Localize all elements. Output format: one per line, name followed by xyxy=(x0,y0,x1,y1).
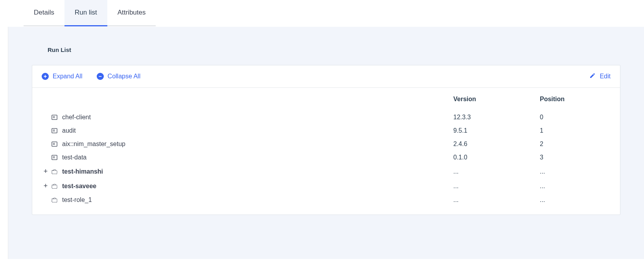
row-version: 12.3.3 xyxy=(453,114,540,121)
row-position: 2 xyxy=(540,141,611,148)
column-header-position: Position xyxy=(540,96,611,103)
row-name-cell: test-role_1 xyxy=(42,196,453,204)
recipe-icon xyxy=(51,141,57,147)
svg-rect-9 xyxy=(52,155,57,159)
section-title: Run List xyxy=(48,46,620,53)
collapse-all-label: Collapse All xyxy=(108,73,141,80)
row-name-cell: +test-saveee xyxy=(42,182,453,190)
row-position: 0 xyxy=(540,114,611,121)
table-row: test-role_1...... xyxy=(42,193,611,207)
column-header-version: Version xyxy=(453,96,540,103)
row-name-cell: chef-client xyxy=(42,114,453,121)
row-name: aix::nim_master_setup xyxy=(62,141,125,148)
row-position: ... xyxy=(540,168,611,175)
role-icon xyxy=(51,169,57,174)
svg-rect-0 xyxy=(52,115,57,119)
table-row: +test-himanshi...... xyxy=(42,164,611,179)
table-body: chef-client12.3.30audit9.5.11aix::nim_ma… xyxy=(32,108,620,215)
svg-rect-14 xyxy=(52,199,57,202)
row-name: test-himanshi xyxy=(62,168,103,175)
expand-all-label: Expand All xyxy=(53,73,83,80)
collapse-all-button[interactable]: − Collapse All xyxy=(97,73,141,80)
card-toolbar: + Expand All − Collapse All Edit xyxy=(32,65,620,88)
minus-circle-icon: − xyxy=(97,73,104,80)
row-version: ... xyxy=(453,183,540,190)
expand-all-button[interactable]: + Expand All xyxy=(42,73,83,80)
row-name: test-saveee xyxy=(62,183,96,190)
expand-toggle[interactable]: + xyxy=(42,167,50,176)
recipe-icon xyxy=(51,128,57,133)
edit-label: Edit xyxy=(600,73,611,80)
svg-rect-6 xyxy=(52,142,57,146)
row-version: 9.5.1 xyxy=(453,127,540,134)
role-icon xyxy=(51,197,57,203)
run-list-card: + Expand All − Collapse All Edit Version… xyxy=(32,65,620,215)
row-version: ... xyxy=(453,168,540,175)
column-header-name xyxy=(42,96,453,103)
row-position: 3 xyxy=(540,154,611,161)
row-version: ... xyxy=(453,196,540,204)
table-row: aix::nim_master_setup2.4.62 xyxy=(42,137,611,151)
tab-details[interactable]: Details xyxy=(24,0,64,26)
role-icon xyxy=(51,183,57,189)
row-name-cell: test-data xyxy=(42,154,453,161)
table-row: test-data0.1.03 xyxy=(42,151,611,164)
table-row: chef-client12.3.30 xyxy=(42,111,611,124)
row-name-cell: aix::nim_master_setup xyxy=(42,141,453,148)
row-name: test-role_1 xyxy=(62,196,92,204)
tab-run-list[interactable]: Run list xyxy=(64,0,107,26)
tabs-bar: Details Run list Attributes xyxy=(0,0,644,27)
row-name: audit xyxy=(62,127,76,134)
edit-button[interactable]: Edit xyxy=(589,72,611,80)
row-name-cell: audit xyxy=(42,127,453,134)
table-row: +test-saveee...... xyxy=(42,179,611,193)
row-position: ... xyxy=(540,196,611,204)
content-area: Run List + Expand All − Collapse All Edi… xyxy=(8,27,644,259)
recipe-icon xyxy=(51,155,57,160)
row-name: test-data xyxy=(62,154,86,161)
table-row: audit9.5.11 xyxy=(42,124,611,137)
svg-rect-12 xyxy=(52,170,57,174)
tab-attributes[interactable]: Attributes xyxy=(107,0,156,26)
row-position: ... xyxy=(540,183,611,190)
row-name-cell: +test-himanshi xyxy=(42,167,453,176)
row-position: 1 xyxy=(540,127,611,134)
row-version: 2.4.6 xyxy=(453,141,540,148)
row-name: chef-client xyxy=(62,114,91,121)
recipe-icon xyxy=(51,115,57,120)
svg-rect-3 xyxy=(52,128,57,133)
row-version: 0.1.0 xyxy=(453,154,540,161)
plus-circle-icon: + xyxy=(42,73,49,80)
svg-rect-13 xyxy=(52,185,57,188)
expand-toggle[interactable]: + xyxy=(42,182,50,190)
table-header: Version Position xyxy=(32,88,620,108)
pencil-icon xyxy=(589,72,596,80)
